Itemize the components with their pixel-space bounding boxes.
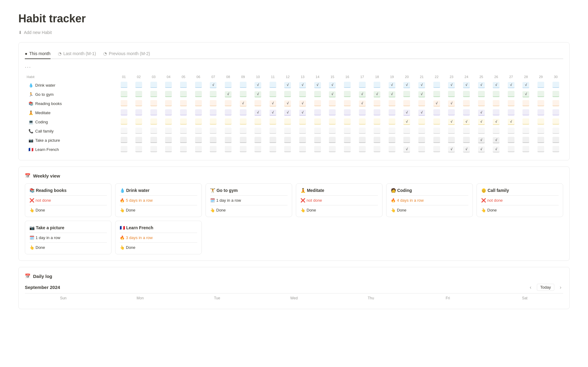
cell-call-family-day1[interactable] <box>116 126 131 136</box>
cell-call-family-day30[interactable] <box>548 126 563 136</box>
cell-meditate-day24[interactable] <box>459 108 474 117</box>
card-done-meditate-card[interactable]: 👆 Done <box>300 208 378 212</box>
cell-learn-french-day3[interactable] <box>146 145 161 154</box>
cell-learn-french-day1[interactable] <box>116 145 131 154</box>
cell-coding-day25[interactable]: √ <box>474 117 489 126</box>
cell-call-family-day18[interactable] <box>370 126 385 136</box>
cell-learn-french-day21[interactable] <box>414 145 429 154</box>
cell-call-family-day13[interactable] <box>295 126 310 136</box>
habit-name-reading-books[interactable]: 📚Reading books <box>25 99 116 108</box>
cell-go-to-gym-day3[interactable] <box>146 90 161 99</box>
cell-go-to-gym-day9[interactable] <box>236 90 251 99</box>
cell-reading-books-day6[interactable] <box>191 99 206 108</box>
cell-coding-day3[interactable] <box>146 117 161 126</box>
cell-reading-books-day27[interactable] <box>503 99 518 108</box>
cell-drink-water-day20[interactable]: √ <box>399 81 414 90</box>
cell-go-to-gym-day17[interactable]: √ <box>355 90 370 99</box>
cell-drink-water-day18[interactable] <box>370 81 385 90</box>
cell-go-to-gym-day29[interactable] <box>533 90 548 99</box>
cell-call-family-day6[interactable] <box>191 126 206 136</box>
cell-call-family-day22[interactable] <box>429 126 444 136</box>
cell-coding-day16[interactable] <box>340 117 355 126</box>
cell-learn-french-day30[interactable] <box>548 145 563 154</box>
cell-coding-day1[interactable] <box>116 117 131 126</box>
cell-take-picture-day5[interactable] <box>176 136 191 145</box>
cell-take-picture-day29[interactable] <box>533 136 548 145</box>
today-btn[interactable]: Today <box>537 284 554 291</box>
cell-reading-books-day9[interactable]: √ <box>236 99 251 108</box>
cell-drink-water-day11[interactable] <box>265 81 280 90</box>
cell-learn-french-day8[interactable] <box>221 145 236 154</box>
cell-reading-books-day25[interactable] <box>474 99 489 108</box>
cell-call-family-day27[interactable] <box>503 126 518 136</box>
cell-go-to-gym-day18[interactable]: √ <box>370 90 385 99</box>
cell-coding-day4[interactable] <box>161 117 176 126</box>
cell-reading-books-day3[interactable] <box>146 99 161 108</box>
cell-take-picture-day6[interactable] <box>191 136 206 145</box>
cell-drink-water-day9[interactable] <box>236 81 251 90</box>
cell-learn-french-day27[interactable] <box>503 145 518 154</box>
cell-meditate-day1[interactable] <box>116 108 131 117</box>
cell-go-to-gym-day30[interactable] <box>548 90 563 99</box>
cell-meditate-day4[interactable] <box>161 108 176 117</box>
cell-reading-books-day12[interactable]: √ <box>280 99 295 108</box>
cell-go-to-gym-day13[interactable] <box>295 90 310 99</box>
cell-take-picture-day1[interactable] <box>116 136 131 145</box>
cell-drink-water-day29[interactable] <box>533 81 548 90</box>
card-done-go-to-gym-card[interactable]: 👆 Done <box>210 208 288 212</box>
cell-take-picture-day9[interactable] <box>236 136 251 145</box>
cell-reading-books-day16[interactable] <box>340 99 355 108</box>
more-options[interactable]: ··· <box>25 64 563 70</box>
cell-learn-french-day23[interactable]: √ <box>444 145 459 154</box>
card-done-drink-water-card[interactable]: 👆 Done <box>120 208 197 212</box>
cell-learn-french-day15[interactable] <box>325 145 340 154</box>
cell-call-family-day9[interactable] <box>236 126 251 136</box>
cell-go-to-gym-day27[interactable] <box>503 90 518 99</box>
cell-call-family-day23[interactable] <box>444 126 459 136</box>
cell-go-to-gym-day12[interactable] <box>280 90 295 99</box>
cell-reading-books-day29[interactable] <box>533 99 548 108</box>
cell-go-to-gym-day19[interactable]: √ <box>384 90 399 99</box>
cell-take-picture-day2[interactable] <box>131 136 146 145</box>
cell-go-to-gym-day16[interactable] <box>340 90 355 99</box>
cell-coding-day7[interactable] <box>206 117 221 126</box>
cell-go-to-gym-day15[interactable]: √ <box>325 90 340 99</box>
cell-go-to-gym-day24[interactable] <box>459 90 474 99</box>
cell-coding-day18[interactable] <box>370 117 385 126</box>
cell-call-family-day24[interactable] <box>459 126 474 136</box>
cell-go-to-gym-day1[interactable] <box>116 90 131 99</box>
prev-month-btn[interactable]: ‹ <box>528 284 533 291</box>
cell-meditate-day13[interactable]: √ <box>295 108 310 117</box>
cell-coding-day10[interactable] <box>251 117 266 126</box>
cell-meditate-day11[interactable]: √ <box>265 108 280 117</box>
cell-go-to-gym-day6[interactable] <box>191 90 206 99</box>
cell-drink-water-day26[interactable]: √ <box>489 81 504 90</box>
cell-go-to-gym-day7[interactable] <box>206 90 221 99</box>
cell-reading-books-day20[interactable] <box>399 99 414 108</box>
cell-learn-french-day9[interactable] <box>236 145 251 154</box>
cell-coding-day14[interactable] <box>310 117 325 126</box>
cell-go-to-gym-day5[interactable] <box>176 90 191 99</box>
cell-meditate-day17[interactable] <box>355 108 370 117</box>
cell-call-family-day14[interactable] <box>310 126 325 136</box>
cell-learn-french-day4[interactable] <box>161 145 176 154</box>
tab-this-month[interactable]: ● This month <box>25 49 51 59</box>
cell-meditate-day14[interactable] <box>310 108 325 117</box>
habit-name-meditate[interactable]: 🧘Meditate <box>25 108 116 117</box>
cell-call-family-day16[interactable] <box>340 126 355 136</box>
cell-drink-water-day4[interactable] <box>161 81 176 90</box>
cell-coding-day13[interactable] <box>295 117 310 126</box>
cell-take-picture-day26[interactable]: √ <box>489 136 504 145</box>
cell-take-picture-day11[interactable] <box>265 136 280 145</box>
cell-reading-books-day11[interactable]: √ <box>265 99 280 108</box>
cell-take-picture-day3[interactable] <box>146 136 161 145</box>
cell-take-picture-day16[interactable] <box>340 136 355 145</box>
cell-take-picture-day10[interactable] <box>251 136 266 145</box>
cell-meditate-day26[interactable] <box>489 108 504 117</box>
cell-drink-water-day28[interactable]: √ <box>518 81 533 90</box>
cell-take-picture-day15[interactable] <box>325 136 340 145</box>
habit-name-drink-water[interactable]: 💧Drink water <box>25 81 116 90</box>
cell-take-picture-day19[interactable] <box>384 136 399 145</box>
cell-reading-books-day10[interactable] <box>251 99 266 108</box>
cell-learn-french-day18[interactable] <box>370 145 385 154</box>
